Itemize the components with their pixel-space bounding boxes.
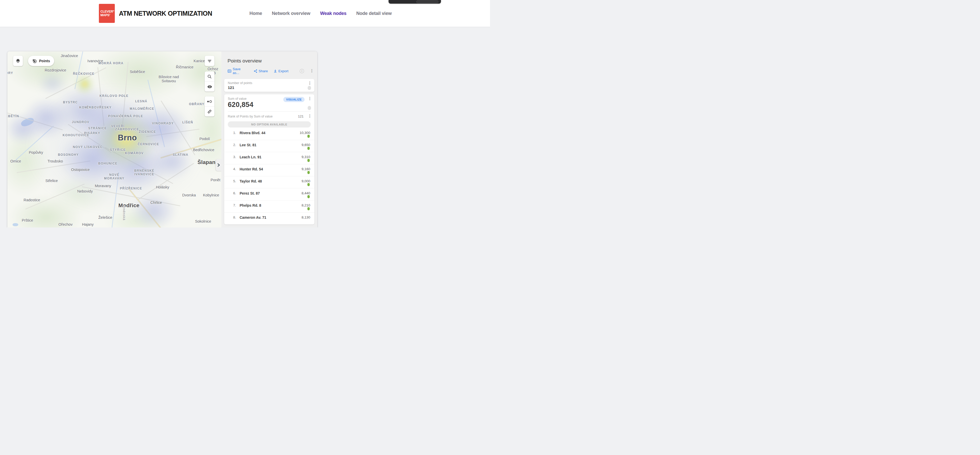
search-button[interactable] xyxy=(205,72,215,81)
map-label: PŘÍZŘENICE xyxy=(120,187,142,190)
share-icon xyxy=(254,69,257,73)
map-label: Kobylnice xyxy=(203,193,219,197)
map-label: KOMÍN xyxy=(80,105,91,109)
card-kebab-icon[interactable]: ⋮ xyxy=(308,97,312,101)
visibility-button[interactable] xyxy=(205,81,215,91)
map-tool-group-compare xyxy=(205,96,215,117)
points-layer-button[interactable]: Points xyxy=(28,56,54,66)
rank-list: 1.Rivera Blvd. 4410,3002.Lee St. 819,650… xyxy=(224,128,314,224)
dark-toolbar-button xyxy=(416,0,438,3)
chevron-right-icon xyxy=(217,163,220,167)
save-as-link[interactable]: Save as... xyxy=(228,67,248,75)
rank-number: 7. xyxy=(233,203,240,207)
indicator-dot xyxy=(308,106,311,110)
points-overview-panel: Points overview Save as... Share xyxy=(221,51,317,228)
rank-row[interactable]: 4.Hunter Rd. 549,160 xyxy=(224,164,314,176)
map-label: LESNÁ xyxy=(135,99,147,103)
map-label: ŽEBĚTÍN xyxy=(8,114,19,118)
rank-row[interactable]: 1.Rivera Blvd. 4410,300 xyxy=(224,128,314,140)
map-label: BOSONOHY xyxy=(58,153,79,156)
rank-name: Perez St. 87 xyxy=(240,191,260,195)
panel-actions: Save as... Share Export i ⋮ xyxy=(228,67,314,75)
measure-button[interactable] xyxy=(205,107,215,117)
map-canvas[interactable]: JinačoviceIvanoviceMOKRÁ HORAKaniceRozdr… xyxy=(8,51,221,228)
layers-button[interactable] xyxy=(13,56,23,66)
map-label: KOMÁROV xyxy=(125,152,143,155)
card-kebab-icon[interactable]: ⋮ xyxy=(308,81,312,85)
rank-row[interactable]: 7.Phelps Rd. 88,210 xyxy=(224,201,314,212)
nav-network-overview[interactable]: Network overview xyxy=(272,11,310,16)
map-label: Prštice xyxy=(22,218,33,222)
nav-weak-nodes[interactable]: Weak nodes xyxy=(320,11,347,16)
map-label: ŠTÝŘICE xyxy=(110,148,126,152)
rank-name: Phelps Rd. 8 xyxy=(240,203,261,208)
filter-icon xyxy=(207,59,212,63)
visualize-chip[interactable]: VISUALIZE xyxy=(283,97,305,102)
nav-home[interactable]: Home xyxy=(249,11,262,16)
points-layer-icon xyxy=(32,59,37,64)
rank-value: 9,160 xyxy=(302,167,310,171)
collapse-panel-button[interactable] xyxy=(216,159,221,171)
map-label: Rozdrojovice xyxy=(45,68,66,72)
points-layer-label: Points xyxy=(39,59,50,63)
map-label: Nebovidy xyxy=(77,189,93,193)
rank-value: 9,650 xyxy=(302,143,310,147)
rank-label: Rank of Points by Sum of value xyxy=(228,115,272,118)
highway xyxy=(160,135,221,158)
map-label: SLATINA xyxy=(173,153,188,156)
rank-value: 9,000 xyxy=(302,179,310,183)
sum-of-value-section: Sum of value 620,854 VISUALIZE ⋮ xyxy=(224,94,314,111)
rank-row[interactable]: 3.Leach Ln. 919,310 xyxy=(224,152,314,164)
save-as-icon xyxy=(228,69,231,73)
rank-number: 6. xyxy=(233,191,240,195)
lake xyxy=(20,117,35,128)
rank-name: Lee St. 81 xyxy=(240,143,256,147)
map-label: Kanice xyxy=(194,59,205,63)
map-label: VEVEŘÍ xyxy=(111,125,124,128)
map-label: Sokolnice xyxy=(195,219,212,224)
highway xyxy=(128,187,198,228)
panel-kebab-icon[interactable]: ⋮ xyxy=(310,69,314,73)
indicator-dot xyxy=(308,86,311,90)
rank-row[interactable]: 2.Lee St. 819,650 xyxy=(224,140,314,152)
content-area: JinačoviceIvanoviceMOKRÁ HORAKaniceRozdr… xyxy=(0,27,490,228)
main-nav: HomeNetwork overviewWeak nodesNode detai… xyxy=(249,0,391,27)
rank-indicator-dot xyxy=(307,135,310,138)
app-title: ATM NETWORK OPTIMIZATION xyxy=(119,10,212,17)
map-tool-group-search xyxy=(205,72,215,91)
export-link[interactable]: Export xyxy=(274,69,288,73)
map-label: LÍŠEŇ xyxy=(182,121,193,124)
map-label: Troubsko xyxy=(48,159,63,163)
rank-name: Rivera Blvd. 44 xyxy=(240,131,265,135)
logo-line2: MAPS' xyxy=(100,13,115,17)
card-kebab-icon[interactable]: ⋮ xyxy=(308,114,312,118)
rank-row[interactable]: 8.Cameron Av. 718,130 xyxy=(224,212,314,224)
map-label: PONAVA xyxy=(108,114,123,118)
rank-row[interactable]: 5.Taylor Rd. 489,000 xyxy=(224,176,314,188)
rank-number: 3. xyxy=(233,155,240,159)
compare-points-button[interactable] xyxy=(205,96,215,107)
rank-number: 5. xyxy=(233,179,240,183)
clevermaps-logo: CLEVER° MAPS' xyxy=(99,4,115,23)
nav-node-detail-view[interactable]: Node detail view xyxy=(356,11,391,16)
map-label: Šlapani xyxy=(197,159,217,165)
map-label: Ostopovice xyxy=(71,168,90,172)
map-label: Podolí xyxy=(199,137,210,141)
panel-title: Points overview xyxy=(228,58,314,64)
map-label: MALOMĚŘICE xyxy=(130,107,154,110)
filter-button[interactable] xyxy=(205,56,215,66)
rank-value: 8,130 xyxy=(302,216,310,219)
share-link[interactable]: Share xyxy=(254,69,268,73)
rank-name: Cameron Av. 71 xyxy=(240,216,266,220)
map-label: VÉ DVORY xyxy=(8,71,13,75)
map-label: Moravany xyxy=(95,184,111,188)
map-label: MOKRÁ HORA xyxy=(99,61,124,65)
map-label: BRNĚNSKÉ IVANOVICE xyxy=(134,169,154,176)
info-icon[interactable]: i xyxy=(300,69,304,73)
rank-name: Taylor Rd. 48 xyxy=(240,179,262,183)
rank-row[interactable]: 6.Perez St. 878,440 xyxy=(224,188,314,201)
no-option-banner: NO OPTION AVAILABLE xyxy=(228,121,311,128)
rank-value: 8,210 xyxy=(302,203,310,207)
ruler-icon xyxy=(207,109,212,114)
rank-indicator-dot xyxy=(307,171,310,174)
